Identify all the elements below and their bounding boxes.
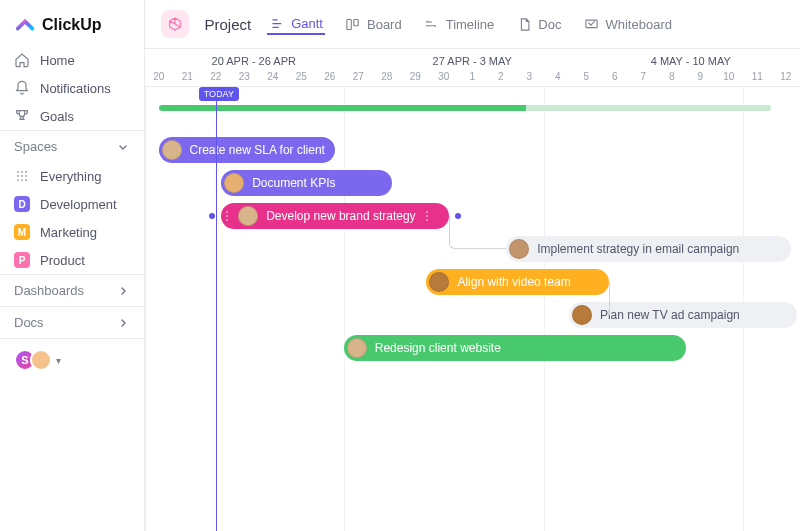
view-tab-board[interactable]: Board xyxy=(343,13,404,35)
section-docs[interactable]: Docs xyxy=(0,306,144,338)
brand-name: ClickUp xyxy=(42,16,102,34)
day-label: 3 xyxy=(515,71,544,82)
day-label: 11 xyxy=(743,71,772,82)
task-label: Align with video team xyxy=(457,275,570,289)
timeline-header: 20 APR - 26 APR27 APR - 3 MAY4 MAY - 10 … xyxy=(145,49,801,87)
svg-point-2 xyxy=(25,171,27,173)
view-label: Doc xyxy=(538,17,561,32)
section-dashboards[interactable]: Dashboards xyxy=(0,274,144,306)
view-tab-doc[interactable]: Doc xyxy=(514,13,563,35)
view-label: Board xyxy=(367,17,402,32)
task-bar[interactable]: Create new SLA for client xyxy=(159,137,335,163)
space-item-everything[interactable]: Everything xyxy=(0,162,144,190)
view-tab-gantt[interactable]: Gantt xyxy=(267,13,325,35)
today-badge: TODAY xyxy=(199,87,239,101)
day-label: 2 xyxy=(487,71,516,82)
nav-label: Home xyxy=(40,53,75,68)
topbar: Project GanttBoardTimelineDocWhiteboard xyxy=(145,0,801,49)
space-label: Development xyxy=(40,197,117,212)
today-line xyxy=(216,87,217,531)
drag-grip-icon[interactable] xyxy=(424,211,430,221)
assignee-avatar xyxy=(238,206,258,226)
assignee-avatar xyxy=(429,272,449,292)
week-label: 20 APR - 26 APR xyxy=(145,55,364,67)
task-bar[interactable]: Develop new brand strategy xyxy=(221,203,449,229)
week-label: 4 MAY - 10 MAY xyxy=(582,55,801,67)
space-item-product[interactable]: PProduct xyxy=(0,246,144,274)
task-label: Document KPIs xyxy=(252,176,335,190)
svg-point-6 xyxy=(17,179,19,181)
user-avatar xyxy=(30,349,52,371)
svg-rect-9 xyxy=(347,19,351,29)
day-label: 1 xyxy=(458,71,487,82)
day-label: 27 xyxy=(344,71,373,82)
day-label: 8 xyxy=(658,71,687,82)
grid-icon xyxy=(14,168,30,184)
whiteboard-icon xyxy=(583,16,599,32)
board-icon xyxy=(345,16,361,32)
summary-bar[interactable] xyxy=(159,105,772,111)
view-label: Timeline xyxy=(446,17,495,32)
svg-point-5 xyxy=(25,175,27,177)
nav-item-goals[interactable]: Goals xyxy=(0,102,144,130)
task-label: Create new SLA for client xyxy=(190,143,325,157)
dependency-handle[interactable] xyxy=(209,213,215,219)
bell-icon xyxy=(14,80,30,96)
nav-item-notifications[interactable]: Notifications xyxy=(0,74,144,102)
nav-item-home[interactable]: Home xyxy=(0,46,144,74)
svg-point-3 xyxy=(17,175,19,177)
space-badge: P xyxy=(14,252,30,268)
drag-grip-icon[interactable] xyxy=(224,211,230,221)
project-title: Project xyxy=(205,16,252,33)
trophy-icon xyxy=(14,108,30,124)
gantt-icon xyxy=(269,15,285,31)
view-tab-timeline[interactable]: Timeline xyxy=(422,13,497,35)
day-label: 25 xyxy=(287,71,316,82)
task-bar[interactable]: Align with video team xyxy=(426,269,608,295)
svg-point-0 xyxy=(17,171,19,173)
chevron-right-icon xyxy=(116,316,130,330)
spaces-title: Spaces xyxy=(14,139,57,154)
assignee-avatar xyxy=(509,239,529,259)
main: Project GanttBoardTimelineDocWhiteboard … xyxy=(145,0,801,531)
task-bar[interactable]: Plan new TV ad campaign xyxy=(569,302,797,328)
task-bar[interactable]: Redesign client website xyxy=(344,335,686,361)
gantt-chart[interactable]: TODAYCreate new SLA for clientDocument K… xyxy=(145,87,801,531)
day-label: 23 xyxy=(230,71,259,82)
space-badge: M xyxy=(14,224,30,240)
nav-label: Notifications xyxy=(40,81,111,96)
day-label: 26 xyxy=(316,71,345,82)
view-label: Gantt xyxy=(291,16,323,31)
task-label: Plan new TV ad campaign xyxy=(600,308,740,322)
task-label: Implement strategy in email campaign xyxy=(537,242,739,256)
day-label: 7 xyxy=(629,71,658,82)
space-label: Product xyxy=(40,253,85,268)
day-label: 30 xyxy=(430,71,459,82)
day-label: 24 xyxy=(259,71,288,82)
task-bar[interactable]: Document KPIs xyxy=(221,170,392,196)
sidebar: ClickUp HomeNotificationsGoals Spaces Ev… xyxy=(0,0,145,531)
task-bar[interactable]: Implement strategy in email campaign xyxy=(506,236,791,262)
view-tab-whiteboard[interactable]: Whiteboard xyxy=(581,13,673,35)
space-badge: D xyxy=(14,196,30,212)
day-label: 20 xyxy=(145,71,174,82)
week-label: 27 APR - 3 MAY xyxy=(363,55,582,67)
space-label: Everything xyxy=(40,169,101,184)
day-label: 4 xyxy=(544,71,573,82)
svg-point-8 xyxy=(25,179,27,181)
day-label: 12 xyxy=(772,71,801,82)
day-label: 6 xyxy=(601,71,630,82)
logo-icon xyxy=(14,14,36,36)
svg-point-4 xyxy=(21,175,23,177)
spaces-header[interactable]: Spaces xyxy=(0,130,144,162)
user-avatars[interactable]: S ▾ xyxy=(0,338,144,381)
space-item-marketing[interactable]: MMarketing xyxy=(0,218,144,246)
day-label: 5 xyxy=(572,71,601,82)
svg-point-1 xyxy=(21,171,23,173)
chevron-right-icon xyxy=(116,284,130,298)
section-label: Dashboards xyxy=(14,283,84,298)
svg-rect-10 xyxy=(354,19,358,25)
logo[interactable]: ClickUp xyxy=(0,0,144,46)
day-label: 29 xyxy=(401,71,430,82)
space-item-development[interactable]: DDevelopment xyxy=(0,190,144,218)
